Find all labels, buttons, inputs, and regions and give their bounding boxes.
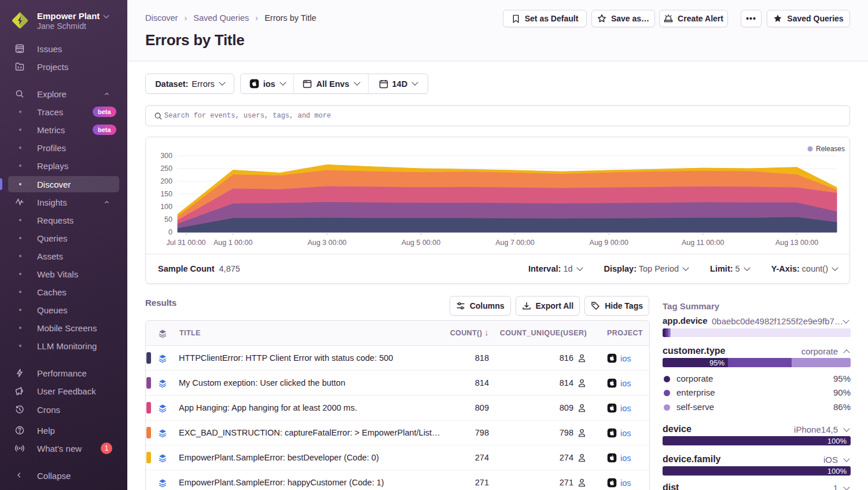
svg-text:150: 150: [160, 190, 172, 198]
svg-text:0: 0: [168, 228, 172, 236]
svg-text:Aug 9 00:00: Aug 9 00:00: [590, 239, 628, 247]
svg-text:300: 300: [160, 152, 172, 160]
svg-text:Aug 11 00:00: Aug 11 00:00: [682, 239, 724, 247]
svg-text:250: 250: [160, 164, 172, 173]
svg-text:Aug 3 00:00: Aug 3 00:00: [307, 239, 346, 247]
svg-text:Aug 7 00:00: Aug 7 00:00: [495, 239, 534, 247]
svg-text:200: 200: [160, 177, 172, 185]
svg-text:50: 50: [164, 215, 172, 224]
svg-text:Aug 5 00:00: Aug 5 00:00: [402, 239, 440, 247]
svg-text:Aug 1 00:00: Aug 1 00:00: [214, 239, 252, 247]
svg-text:Releases: Releases: [816, 145, 845, 153]
svg-text:Jul 31 00:00: Jul 31 00:00: [166, 239, 205, 247]
svg-text:100: 100: [160, 203, 172, 211]
svg-text:Aug 13 00:00: Aug 13 00:00: [775, 239, 818, 247]
